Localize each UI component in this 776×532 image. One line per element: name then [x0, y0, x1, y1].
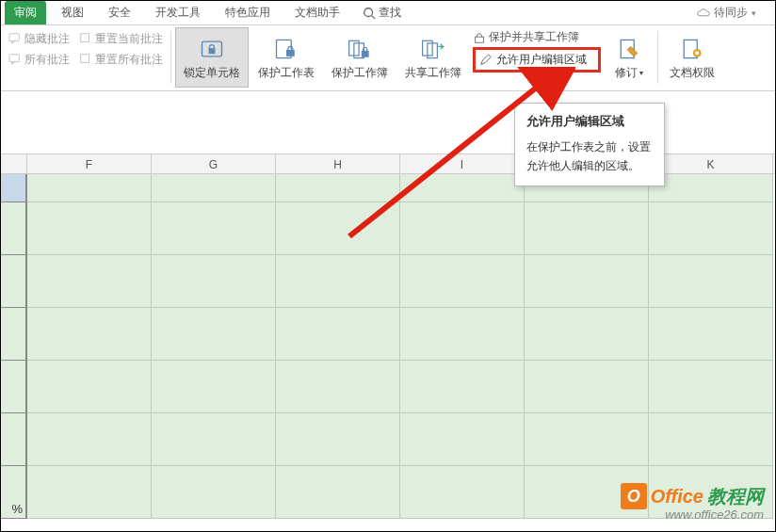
cell[interactable]: [276, 308, 400, 361]
svg-rect-15: [476, 37, 484, 42]
cell[interactable]: [27, 466, 152, 519]
col-header[interactable]: G: [152, 154, 276, 173]
cell[interactable]: [649, 308, 773, 361]
protect-sheet-button[interactable]: 保护工作表: [251, 27, 322, 88]
protect-book-button[interactable]: 保护工作簿: [324, 27, 396, 88]
protect-share-label: 保护并共享工作簿: [489, 29, 579, 45]
hide-comments-button[interactable]: 隐藏批注: [8, 29, 70, 48]
comments-group: 隐藏批注 所有批注: [5, 27, 73, 71]
frozen-cell[interactable]: %: [1, 466, 27, 519]
doc-perm-icon: [675, 35, 709, 63]
protect-share-button[interactable]: 保护并共享工作簿: [473, 29, 601, 45]
revisions-button[interactable]: 修订 ▾: [605, 27, 654, 88]
revisions-label: 修订: [615, 65, 638, 81]
cell[interactable]: [27, 308, 152, 361]
cell[interactable]: [276, 174, 400, 202]
cell[interactable]: [27, 174, 152, 202]
svg-point-0: [364, 8, 373, 16]
cell[interactable]: [649, 202, 773, 255]
reset-current-button[interactable]: 重置当前批注: [79, 29, 163, 48]
svg-rect-19: [696, 51, 700, 55]
cell[interactable]: [152, 202, 276, 255]
cell[interactable]: [400, 361, 525, 413]
cell[interactable]: [649, 255, 773, 308]
frozen-cell[interactable]: [1, 361, 27, 413]
svg-rect-5: [81, 55, 89, 63]
reset-icon: [79, 32, 92, 45]
tab-review[interactable]: 审阅: [5, 1, 46, 24]
cell[interactable]: [276, 361, 400, 413]
corner-cell[interactable]: [1, 154, 27, 173]
cell[interactable]: [649, 361, 773, 413]
cell[interactable]: [276, 466, 400, 519]
frozen-header-cell[interactable]: [1, 174, 27, 202]
reset-all-button[interactable]: 重置所有批注: [79, 50, 163, 69]
doc-perm-button[interactable]: 文档权限: [662, 27, 722, 88]
search-button[interactable]: 查找: [363, 5, 401, 21]
cloud-icon: [697, 7, 710, 20]
cell[interactable]: [400, 413, 525, 466]
lock-icon: [195, 35, 229, 63]
all-comments-button[interactable]: 所有批注: [8, 50, 70, 69]
cell[interactable]: [152, 308, 276, 361]
svg-rect-9: [286, 49, 295, 56]
frozen-column: %: [1, 174, 27, 519]
cell[interactable]: [27, 255, 152, 308]
cell[interactable]: [525, 361, 649, 413]
share-book-button[interactable]: 共享工作簿: [397, 27, 469, 88]
cell[interactable]: [27, 413, 152, 466]
cell[interactable]: [525, 308, 649, 361]
cell[interactable]: [27, 361, 152, 413]
reset-all-label: 重置所有批注: [95, 52, 163, 68]
cell[interactable]: [152, 255, 276, 308]
tab-special[interactable]: 特色应用: [216, 1, 280, 24]
tab-security[interactable]: 安全: [99, 1, 140, 24]
watermark: O Office教程网 www.office26.com: [621, 483, 764, 522]
reset-current-label: 重置当前批注: [95, 31, 163, 47]
cell[interactable]: [276, 255, 400, 308]
cell[interactable]: [525, 413, 649, 466]
cell[interactable]: [27, 202, 152, 255]
protect-share-group: 保护并共享工作簿 允许用户编辑区域: [471, 27, 603, 74]
cell[interactable]: [152, 413, 276, 466]
cell[interactable]: [400, 308, 525, 361]
book-lock-icon: [343, 35, 377, 63]
cell[interactable]: [400, 174, 525, 202]
comment-icon: [8, 32, 22, 45]
frozen-cell[interactable]: [1, 202, 27, 255]
cell[interactable]: [152, 174, 276, 202]
col-header[interactable]: F: [27, 154, 152, 173]
search-icon: [363, 7, 376, 20]
sheet-lock-icon: [269, 35, 303, 63]
cell[interactable]: [525, 202, 649, 255]
cell[interactable]: [525, 255, 649, 308]
frozen-cell[interactable]: [1, 413, 27, 466]
spreadsheet[interactable]: F G H I J K %: [1, 153, 776, 519]
share-book-icon: [416, 35, 450, 63]
cell[interactable]: [649, 413, 773, 466]
cell[interactable]: [152, 466, 276, 519]
col-header[interactable]: I: [400, 154, 525, 173]
lock-cells-label: 锁定单元格: [184, 65, 240, 81]
tab-devtools[interactable]: 开发工具: [146, 1, 210, 24]
sync-button[interactable]: 待同步 ▾: [697, 5, 756, 21]
cell[interactable]: [400, 202, 525, 255]
cell[interactable]: [276, 202, 400, 255]
col-header[interactable]: K: [649, 154, 773, 173]
watermark-brand1: Office: [651, 486, 703, 508]
cell[interactable]: [400, 466, 525, 519]
grid[interactable]: %: [1, 174, 776, 519]
frozen-cell[interactable]: [1, 308, 27, 361]
allow-edit-button[interactable]: 允许用户编辑区域: [473, 47, 601, 73]
cell[interactable]: [649, 174, 773, 202]
tab-dochelper[interactable]: 文档助手: [285, 1, 349, 24]
cell[interactable]: [152, 361, 276, 413]
cell[interactable]: [400, 255, 525, 308]
tab-view[interactable]: 视图: [52, 1, 93, 24]
cell[interactable]: [276, 413, 400, 466]
watermark-logo: O: [621, 483, 647, 509]
reset-icon: [79, 53, 92, 66]
col-header[interactable]: H: [276, 154, 400, 173]
lock-cells-button[interactable]: 锁定单元格: [175, 27, 249, 88]
frozen-cell[interactable]: [1, 255, 27, 308]
